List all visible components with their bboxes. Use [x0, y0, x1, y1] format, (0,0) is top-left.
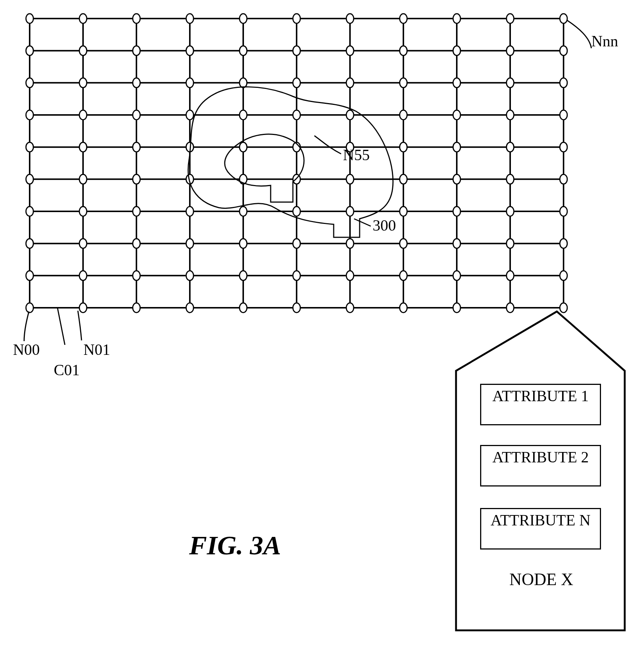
grid-node	[26, 14, 33, 23]
grid-node	[400, 303, 407, 313]
grid-node	[26, 239, 33, 248]
grid-node	[560, 239, 567, 248]
grid-node	[560, 142, 567, 152]
grid-node	[240, 207, 247, 216]
grid-node	[79, 207, 87, 216]
grid-node	[79, 78, 87, 88]
grid-node	[346, 174, 354, 184]
grid-node	[26, 271, 33, 280]
label-nnn: Nnn	[591, 33, 618, 50]
grid-node	[400, 46, 407, 56]
grid-node	[453, 14, 460, 23]
grid-node	[240, 46, 247, 56]
grid-node	[79, 14, 87, 23]
grid-node	[400, 14, 407, 23]
region-inner	[225, 134, 304, 202]
grid-node	[560, 174, 567, 184]
label-300: 300	[373, 217, 396, 234]
grid-node	[346, 303, 354, 313]
grid-node	[453, 207, 460, 216]
grid-node	[293, 239, 300, 248]
grid-node	[133, 78, 140, 88]
grid-node	[186, 46, 194, 56]
grid-node	[453, 46, 460, 56]
grid-node	[26, 78, 33, 88]
leader-n01	[78, 311, 82, 340]
grid-node	[346, 110, 354, 120]
grid-node	[26, 174, 33, 184]
grid-node	[560, 78, 567, 88]
leader-n00	[24, 311, 29, 341]
figure-canvas: Nnn N55 300 N00 N01 C01 ATTRIBUTE 1 ATTR…	[0, 0, 644, 650]
grid-node	[560, 271, 567, 280]
grid-node	[186, 303, 194, 313]
grid-node	[79, 46, 87, 56]
leader-300	[354, 219, 371, 226]
grid-node	[133, 14, 140, 23]
attribute-box-2: ATTRIBUTE 2	[480, 445, 601, 486]
grid-node	[133, 46, 140, 56]
grid-node	[240, 239, 247, 248]
callout-title: NODE X	[478, 569, 604, 590]
label-c01: C01	[54, 362, 80, 379]
grid-node	[293, 207, 300, 216]
grid-node	[133, 110, 140, 120]
grid-node	[453, 174, 460, 184]
grid-node	[453, 239, 460, 248]
grid-node	[26, 142, 33, 152]
grid-node	[453, 271, 460, 280]
grid-node	[400, 78, 407, 88]
grid-node	[186, 271, 194, 280]
grid-node	[26, 46, 33, 56]
grid-node	[506, 207, 514, 216]
attribute-box-1: ATTRIBUTE 1	[480, 384, 601, 425]
grid-node	[79, 110, 87, 120]
grid-node	[346, 207, 354, 216]
grid-node	[240, 14, 247, 23]
grid-node	[133, 303, 140, 313]
grid-node	[186, 78, 194, 88]
grid-node	[293, 303, 300, 313]
grid-node	[26, 110, 33, 120]
grid-node	[79, 174, 87, 184]
grid-node	[293, 46, 300, 56]
grid-node	[560, 46, 567, 56]
grid-node	[506, 271, 514, 280]
grid-node	[400, 110, 407, 120]
grid-node	[240, 78, 247, 88]
grid-node	[400, 174, 407, 184]
grid-node	[240, 110, 247, 120]
label-n55: N55	[343, 146, 370, 164]
grid-node	[240, 271, 247, 280]
grid-node	[79, 239, 87, 248]
grid-node	[453, 303, 460, 313]
figure-title: FIG. 3A	[189, 530, 281, 561]
grid-node	[560, 110, 567, 120]
grid-node	[453, 142, 460, 152]
grid-node	[293, 110, 300, 120]
grid-node	[79, 271, 87, 280]
grid-node	[133, 239, 140, 248]
grid-node	[453, 110, 460, 120]
leader-nnn	[567, 20, 591, 48]
grid-node	[186, 14, 194, 23]
grid-node	[506, 110, 514, 120]
grid-node	[133, 207, 140, 216]
grid-node	[346, 46, 354, 56]
attribute-box-n: ATTRIBUTE N	[480, 508, 601, 550]
grid-node	[346, 271, 354, 280]
grid-node	[400, 207, 407, 216]
grid-node	[293, 14, 300, 23]
grid-node	[400, 239, 407, 248]
grid-node	[240, 142, 247, 152]
grid-node	[346, 78, 354, 88]
grid-node	[506, 174, 514, 184]
grid-node	[453, 78, 460, 88]
grid-node	[506, 14, 514, 23]
grid-node	[26, 303, 33, 313]
grid-node	[133, 271, 140, 280]
label-n00: N00	[13, 341, 40, 358]
grid-node	[133, 142, 140, 152]
grid-node	[506, 142, 514, 152]
grid-node	[400, 142, 407, 152]
